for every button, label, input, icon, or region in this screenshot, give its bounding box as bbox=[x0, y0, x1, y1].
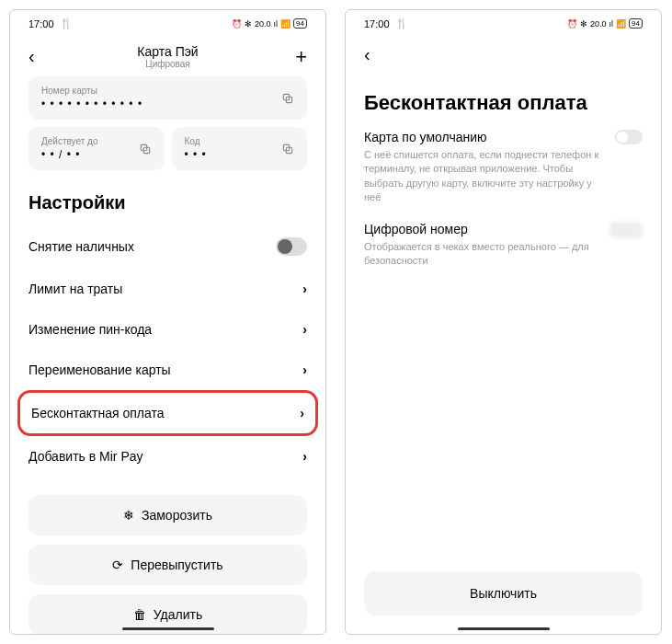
card-number-label: Номер карты bbox=[41, 86, 142, 96]
setting-label: Лимит на траты bbox=[28, 282, 122, 296]
card-code-row[interactable]: Код • • • bbox=[172, 127, 308, 170]
setting-label: Изменение пин-кода bbox=[28, 322, 152, 337]
snowflake-icon: ❄ bbox=[123, 508, 134, 523]
chevron-right-icon: › bbox=[302, 322, 307, 337]
header-title-sub: Цифровая bbox=[47, 59, 289, 69]
option-default-card: Карта по умолчанию С неё спишется оплата… bbox=[346, 130, 661, 222]
reissue-label: Перевыпустить bbox=[131, 558, 222, 572]
freeze-label: Заморозить bbox=[142, 508, 212, 523]
option-title: Цифровой номер bbox=[364, 222, 609, 236]
card-code-value: • • • bbox=[185, 148, 207, 161]
chevron-right-icon: › bbox=[302, 449, 307, 464]
copy-icon[interactable] bbox=[281, 143, 294, 155]
card-expiry-row[interactable]: Действует до • • / • • bbox=[28, 127, 165, 170]
setting-cash-withdrawal[interactable]: Снятие наличных bbox=[28, 224, 307, 269]
setting-rename-card[interactable]: Переименование карты › bbox=[28, 350, 307, 390]
option-desc: С неё спишется оплата, если поднести тел… bbox=[364, 148, 643, 205]
setting-add-mir-pay[interactable]: Добавить в Mir Pay › bbox=[28, 436, 307, 477]
status-time: 17:00 bbox=[28, 18, 54, 29]
status-bar: 17:00 🍴 ⏰✻20.0ıl📶94 bbox=[346, 10, 661, 33]
setting-label: Снятие наличных bbox=[28, 239, 134, 254]
status-right: ⏰✻20.0ıl📶94 bbox=[232, 18, 307, 29]
status-icons: 🍴 bbox=[60, 17, 73, 29]
settings-section-title: Настройки bbox=[10, 170, 325, 224]
card-code-label: Код bbox=[185, 136, 207, 146]
chevron-right-icon: › bbox=[302, 362, 307, 377]
header-title-main: Карта Пэй bbox=[47, 44, 289, 59]
card-number-value: • • • • • • • • • • • • bbox=[41, 98, 142, 110]
card-number-row[interactable]: Номер карты • • • • • • • • • • • • bbox=[28, 76, 307, 120]
option-digital-number: Цифровой номер Отображается в чеках вмес… bbox=[346, 222, 661, 285]
setting-spending-limit[interactable]: Лимит на траты › bbox=[28, 269, 307, 309]
toggle-switch[interactable] bbox=[276, 237, 307, 256]
chevron-right-icon: › bbox=[300, 406, 304, 420]
back-button[interactable]: ‹ bbox=[28, 46, 47, 67]
toggle-switch[interactable] bbox=[615, 130, 643, 144]
home-indicator[interactable] bbox=[122, 627, 214, 630]
option-desc: Отображается в чеках вместо реального — … bbox=[364, 240, 643, 269]
page-title: Бесконтактная оплата bbox=[346, 73, 661, 130]
blurred-value bbox=[609, 222, 643, 238]
trash-icon: 🗑 bbox=[133, 607, 146, 622]
copy-icon[interactable] bbox=[139, 143, 152, 155]
settings-list: Снятие наличных Лимит на траты › Изменен… bbox=[10, 224, 325, 477]
disable-label: Выключить bbox=[470, 586, 537, 601]
status-icons: 🍴 bbox=[395, 17, 408, 29]
card-expiry-value: • • / • • bbox=[41, 148, 97, 161]
setting-change-pin[interactable]: Изменение пин-кода › bbox=[28, 309, 307, 350]
add-button[interactable]: + bbox=[289, 45, 307, 69]
screen-card-settings: 17:00 🍴 ⏰✻20.0ıl📶94 ‹ Карта Пэй Цифровая… bbox=[9, 9, 326, 635]
setting-label: Добавить в Mir Pay bbox=[28, 449, 143, 464]
setting-contactless-payment[interactable]: Бесконтактная оплата › bbox=[17, 390, 318, 436]
setting-label: Бесконтактная оплата bbox=[31, 406, 165, 420]
status-time: 17:00 bbox=[364, 18, 390, 29]
disable-button[interactable]: Выключить bbox=[364, 571, 643, 615]
card-expiry-label: Действует до bbox=[41, 136, 97, 146]
status-bar: 17:00 🍴 ⏰✻20.0ıl📶94 bbox=[10, 10, 325, 33]
home-indicator[interactable] bbox=[458, 627, 550, 630]
chevron-right-icon: › bbox=[302, 282, 307, 296]
back-button[interactable]: ‹ bbox=[364, 44, 382, 65]
reissue-button[interactable]: ⟳ Перевыпустить bbox=[28, 545, 307, 585]
status-right: ⏰✻20.0ıl📶94 bbox=[567, 18, 643, 29]
screen-contactless-payment: 17:00 🍴 ⏰✻20.0ıl📶94 ‹ Бесконтактная опла… bbox=[345, 9, 662, 635]
header: ‹ bbox=[346, 33, 661, 73]
option-title: Карта по умолчанию bbox=[364, 130, 615, 144]
copy-icon[interactable] bbox=[281, 92, 294, 105]
action-buttons: ❄ Заморозить ⟳ Перевыпустить 🗑 Удалить bbox=[10, 477, 325, 635]
setting-label: Переименование карты bbox=[28, 362, 171, 377]
freeze-button[interactable]: ❄ Заморозить bbox=[28, 495, 307, 535]
header: ‹ Карта Пэй Цифровая + bbox=[10, 33, 325, 76]
header-title: Карта Пэй Цифровая bbox=[47, 44, 289, 69]
refresh-icon: ⟳ bbox=[112, 558, 123, 572]
card-info: Номер карты • • • • • • • • • • • • Дейс… bbox=[10, 76, 325, 170]
delete-label: Удалить bbox=[154, 607, 202, 622]
